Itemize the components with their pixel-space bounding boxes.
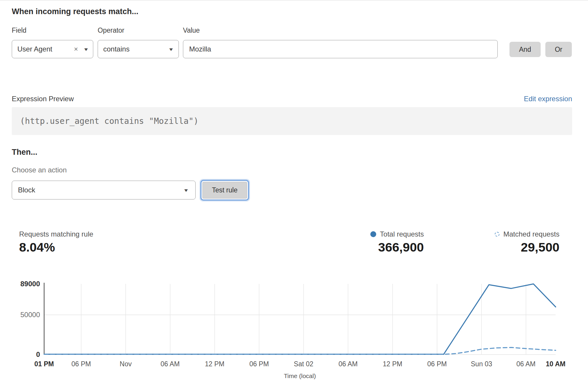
or-button[interactable]: Or <box>545 42 572 57</box>
page-title: When incoming requests match... <box>12 7 139 16</box>
action-select-value: Block <box>18 186 35 194</box>
svg-text:Sat 02: Sat 02 <box>294 360 314 368</box>
svg-text:06 AM: 06 AM <box>161 360 180 368</box>
chevron-down-icon: ▼ <box>83 47 89 52</box>
svg-text:06 PM: 06 PM <box>249 360 269 368</box>
field-select[interactable]: User Agent × ▼ <box>12 40 93 58</box>
svg-text:01 PM: 01 PM <box>34 360 54 368</box>
total-requests-value: 366,900 <box>378 240 424 254</box>
svg-text:06 PM: 06 PM <box>71 360 91 368</box>
firewall-rule-builder: When incoming requests match... Field Op… <box>0 0 588 381</box>
matched-requests-dashed-circle-icon <box>495 232 499 237</box>
test-rule-button[interactable]: Test rule <box>202 182 247 199</box>
svg-text:06 AM: 06 AM <box>339 360 358 368</box>
legend-matched-requests: Matched requests <box>495 230 559 238</box>
and-button[interactable]: And <box>509 42 541 57</box>
requests-matching-value: 8.04% <box>19 240 55 254</box>
svg-text:06 PM: 06 PM <box>427 360 447 368</box>
matched-requests-value: 29,500 <box>521 240 559 254</box>
chevron-down-icon: ▼ <box>183 188 189 193</box>
choose-action-label: Choose an action <box>12 166 67 174</box>
expression-code: (http.user_agent contains "Mozilla") <box>12 116 199 126</box>
field-select-value: User Agent <box>17 45 52 53</box>
then-heading: Then... <box>12 148 37 157</box>
edit-expression-link[interactable]: Edit expression <box>524 95 572 103</box>
action-select[interactable]: Block ▼ <box>12 181 196 199</box>
total-requests-dot-icon <box>370 231 376 237</box>
operator-select[interactable]: contains ▼ <box>98 40 179 58</box>
expression-preview-label: Expression Preview <box>12 95 74 103</box>
svg-text:12 PM: 12 PM <box>205 360 224 368</box>
svg-text:06 AM: 06 AM <box>517 360 536 368</box>
value-input[interactable] <box>183 40 498 58</box>
svg-text:0: 0 <box>36 350 40 358</box>
svg-text:89000: 89000 <box>20 280 40 288</box>
svg-text:Sun 03: Sun 03 <box>471 360 492 368</box>
total-requests-label: Total requests <box>380 230 424 238</box>
legend-total-requests: Total requests <box>370 230 424 238</box>
clear-field-icon[interactable]: × <box>74 46 78 53</box>
requests-matching-label: Requests matching rule <box>19 230 93 238</box>
matched-requests-label: Matched requests <box>503 230 559 238</box>
field-label: Field <box>12 26 26 34</box>
svg-text:10 AM: 10 AM <box>546 360 566 368</box>
operator-label: Operator <box>98 26 124 34</box>
svg-text:50000: 50000 <box>20 311 40 319</box>
expression-preview-box: (http.user_agent contains "Mozilla") <box>12 107 572 135</box>
svg-text:Nov: Nov <box>120 360 132 368</box>
svg-text:12 PM: 12 PM <box>383 360 402 368</box>
operator-select-value: contains <box>103 45 129 53</box>
svg-text:Time (local): Time (local) <box>284 372 316 379</box>
value-label: Value <box>183 26 200 34</box>
chevron-down-icon: ▼ <box>168 47 174 52</box>
